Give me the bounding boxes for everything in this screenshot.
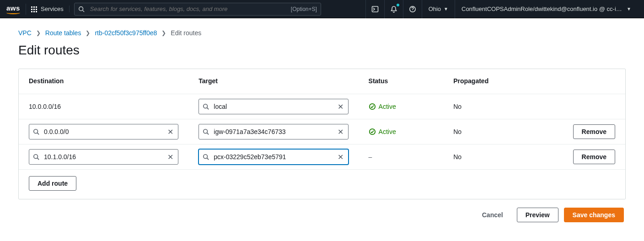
caret-down-icon: ▼ [444, 6, 448, 11]
bell-icon [390, 5, 397, 13]
routes-table: Destination Target Status Propagated 10.… [19, 69, 625, 199]
svg-point-13 [34, 155, 38, 159]
table-row: ✕ ✕ – No Remove [19, 145, 625, 170]
check-circle-icon [369, 128, 376, 135]
table-row: 10.0.0.0/16 ✕ Active No [19, 94, 625, 119]
breadcrumb-link-vpc[interactable]: VPC [18, 29, 32, 37]
destination-input[interactable] [43, 153, 163, 161]
search-icon [203, 103, 209, 110]
clear-icon[interactable]: ✕ [166, 152, 174, 162]
target-input-wrap[interactable]: ✕ [199, 99, 348, 114]
routes-panel: Destination Target Status Propagated 10.… [18, 69, 626, 199]
notifications-button[interactable] [384, 0, 403, 18]
breadcrumb: VPC ❯ Route tables ❯ rtb-02cf50f3c975ff0… [18, 29, 626, 37]
page-title: Edit routes [18, 43, 626, 58]
cloudshell-icon [371, 5, 379, 13]
help-icon [409, 5, 416, 13]
caret-down-icon: ▼ [627, 6, 631, 11]
status-none: – [369, 153, 372, 161]
svg-line-16 [207, 158, 209, 160]
save-button[interactable]: Save changes [564, 208, 624, 222]
target-input-wrap[interactable]: ✕ [199, 149, 348, 165]
destination-input[interactable] [43, 128, 163, 136]
search-icon [33, 154, 39, 160]
services-menu[interactable]: Services [31, 5, 70, 12]
status-active: Active [369, 128, 434, 135]
svg-line-9 [38, 133, 39, 135]
help-button[interactable] [403, 0, 422, 18]
breadcrumb-link-route-tables[interactable]: Route tables [45, 29, 81, 37]
col-header-status: Status [359, 69, 444, 94]
region-label: Ohio [429, 5, 441, 12]
destination-text: 10.0.0.0/16 [29, 103, 61, 110]
svg-point-4 [412, 11, 413, 11]
top-nav: aws Services [Option+S] [0, 0, 644, 18]
svg-line-14 [38, 158, 39, 160]
chevron-right-icon: ❯ [36, 30, 41, 36]
propagated-cell: No [443, 94, 528, 119]
account-menu[interactable]: ConfluentCOPSAdminRole/dwittekind@conflu… [455, 0, 638, 18]
cancel-button[interactable]: Cancel [474, 208, 511, 222]
global-search[interactable]: [Option+S] [74, 3, 321, 16]
propagated-cell: No [443, 119, 528, 145]
destination-input-wrap[interactable]: ✕ [29, 149, 178, 165]
clear-icon[interactable]: ✕ [337, 127, 344, 137]
col-header-target: Target [188, 69, 358, 94]
col-header-destination: Destination [19, 69, 188, 94]
search-icon [33, 129, 39, 135]
destination-input-wrap[interactable]: ✕ [29, 124, 178, 139]
propagated-cell: No [443, 145, 528, 170]
target-input-wrap[interactable]: ✕ [199, 124, 348, 139]
svg-point-10 [204, 129, 208, 134]
breadcrumb-current: Edit routes [171, 29, 201, 37]
clear-icon[interactable]: ✕ [166, 127, 174, 137]
svg-point-8 [34, 129, 38, 134]
actions-bar: Cancel Preview Save changes [18, 199, 626, 222]
clear-icon[interactable]: ✕ [337, 152, 344, 162]
cloudshell-button[interactable] [365, 0, 384, 18]
preview-button[interactable]: Preview [517, 208, 558, 222]
notification-dot-icon [397, 4, 399, 6]
search-icon [203, 129, 209, 135]
breadcrumb-link-rtb[interactable]: rtb-02cf50f3c975ff0e8 [95, 29, 157, 37]
col-header-propagated: Propagated [443, 69, 528, 94]
search-hotkey: [Option+S] [291, 6, 317, 12]
global-search-input[interactable] [89, 5, 286, 13]
remove-button[interactable]: Remove [573, 150, 615, 164]
svg-point-15 [204, 155, 208, 159]
account-role-label: ConfluentCOPSAdminRole/dwittekind@conflu… [462, 5, 624, 12]
table-row: ✕ ✕ Active No [19, 119, 625, 145]
target-input[interactable] [213, 128, 333, 136]
services-grid-icon [31, 6, 37, 12]
check-circle-icon [369, 103, 376, 110]
chevron-right-icon: ❯ [161, 30, 166, 36]
svg-line-11 [207, 133, 209, 135]
svg-line-6 [207, 108, 209, 110]
add-route-button[interactable]: Add route [29, 176, 76, 191]
target-input[interactable] [213, 153, 333, 161]
chevron-right-icon: ❯ [86, 30, 90, 36]
region-selector[interactable]: Ohio ▼ [422, 0, 455, 18]
svg-point-0 [79, 6, 83, 11]
aws-logo[interactable]: aws [6, 4, 26, 15]
remove-button[interactable]: Remove [573, 124, 615, 139]
target-input[interactable] [213, 102, 333, 111]
search-icon [203, 154, 209, 160]
search-icon [78, 6, 85, 12]
svg-point-5 [204, 104, 208, 108]
services-label: Services [41, 5, 64, 12]
svg-line-1 [82, 10, 84, 12]
status-active: Active [369, 103, 434, 110]
clear-icon[interactable]: ✕ [337, 102, 344, 112]
